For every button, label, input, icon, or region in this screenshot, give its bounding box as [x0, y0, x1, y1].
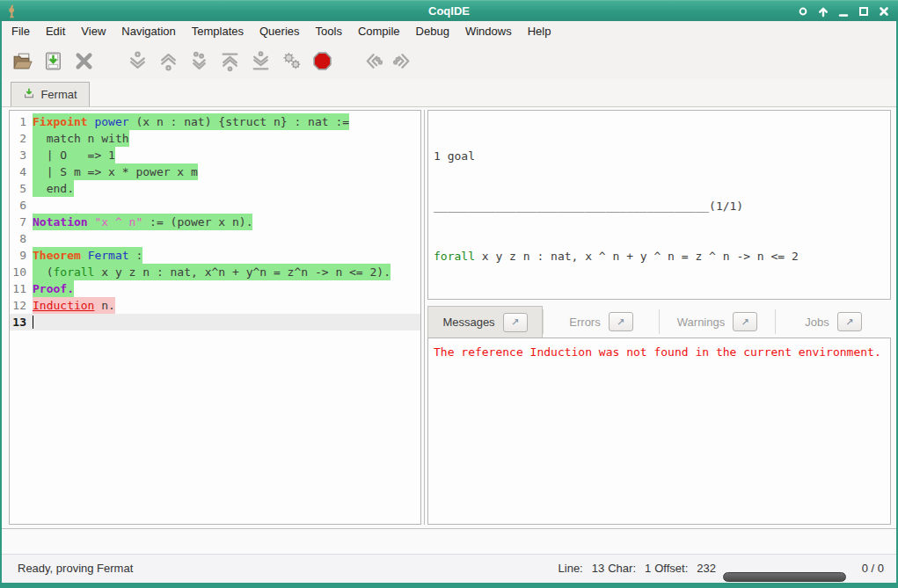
- cursor-position: Line: 13 Char: 1 Offset: 232: [559, 562, 719, 575]
- menu-item-file[interactable]: File: [4, 21, 38, 42]
- line-number: 11: [10, 282, 33, 295]
- detach-warnings-button[interactable]: ↗: [733, 312, 757, 331]
- line-number: 5: [10, 182, 33, 195]
- code-line: 2 match n with: [10, 130, 420, 147]
- tab-errors-label: Errors: [569, 316, 600, 329]
- toolbar: [2, 42, 896, 79]
- code-line: 11Proof.: [10, 280, 420, 297]
- line-label: Line:: [559, 562, 583, 575]
- goal-statement: forall x y z n : nat, x ^ n + y ^ n = z …: [434, 248, 885, 265]
- previous-occurrence-button[interactable]: [359, 47, 385, 74]
- app-window: CoqIDE File Edit View Navigation Templat…: [0, 0, 898, 588]
- line-number: 7: [10, 215, 33, 229]
- code-line: 3 | O => 1: [10, 147, 420, 163]
- up-arrow-icon[interactable]: [816, 4, 830, 18]
- char-label: Char:: [608, 562, 636, 575]
- menu-item-help[interactable]: Help: [520, 21, 559, 42]
- menu-item-tools[interactable]: Tools: [308, 21, 350, 42]
- window-controls: [796, 4, 898, 18]
- line-number: 1: [10, 115, 33, 128]
- line-number: 12: [10, 299, 33, 312]
- progress-slider: [723, 572, 846, 582]
- code-line: 1Fixpoint power (x n : nat) {struct n} :…: [10, 113, 420, 130]
- offset-value: 232: [697, 562, 716, 575]
- save-button[interactable]: [40, 47, 66, 74]
- code-line: 9Theorem Fermat :: [10, 247, 420, 264]
- line-number: 2: [10, 132, 33, 145]
- interrupt-button[interactable]: [309, 47, 335, 74]
- code-line: 12Induction n.: [10, 297, 420, 314]
- menu-item-navigation[interactable]: Navigation: [113, 21, 183, 42]
- titlebar: CoqIDE: [0, 0, 898, 21]
- messages-panel[interactable]: The reference Induction was not found in…: [427, 338, 891, 525]
- code-line: 10 (forall x y z n : nat, x^n + y^n = z^…: [10, 264, 420, 280]
- maximize-icon[interactable]: [857, 4, 871, 18]
- goal-separator: ________________________________________…: [434, 198, 885, 214]
- menu-item-compile[interactable]: Compile: [350, 21, 408, 42]
- goal-count: 1 goal: [434, 148, 885, 164]
- tab-label: Fermat: [40, 88, 77, 101]
- menu-item-templates[interactable]: Templates: [184, 21, 252, 42]
- menu-item-view[interactable]: View: [73, 21, 113, 42]
- code-line: 8: [10, 230, 420, 247]
- detach-messages-button[interactable]: ↗: [503, 313, 528, 332]
- run-to-cursor-button[interactable]: [186, 47, 212, 74]
- code-line: 7Notation "x ^ n" := (power x n).: [10, 214, 420, 230]
- offset-label: Offset:: [654, 562, 688, 575]
- detach-errors-button[interactable]: ↗: [609, 312, 633, 331]
- next-occurrence-button[interactable]: [390, 47, 416, 74]
- tab-errors[interactable]: Errors ↗: [544, 306, 659, 338]
- window-title: CoqIDE: [0, 4, 898, 18]
- line-number: 9: [10, 249, 33, 262]
- goal-panel[interactable]: 1 goal _________________________________…: [427, 110, 891, 300]
- tab-jobs[interactable]: Jobs ↗: [776, 306, 891, 338]
- minimize-icon[interactable]: [836, 4, 851, 18]
- char-value: 1: [645, 562, 651, 575]
- close-file-button[interactable]: [70, 47, 97, 74]
- statusbar: Ready, proving Fermat Line: 13 Char: 1 O…: [2, 554, 896, 583]
- line-number: 4: [10, 165, 33, 178]
- code-line: 5 end.: [10, 180, 420, 197]
- circle-icon[interactable]: [796, 4, 810, 18]
- backward-one-command-button[interactable]: [155, 47, 181, 74]
- feedback-tabbar: Messages ↗ Errors ↗ Warnings ↗ Jobs ↗: [427, 306, 891, 338]
- line-number: 13: [10, 316, 33, 329]
- line-number: 8: [10, 232, 33, 245]
- code-line: 6: [10, 197, 420, 214]
- main-area: 1Fixpoint power (x n : nat) {struct n} :…: [2, 107, 896, 528]
- bottom-strip: [2, 528, 896, 554]
- line-number: 10: [10, 265, 33, 279]
- pane-splitter[interactable]: [421, 110, 427, 525]
- menu-item-queries[interactable]: Queries: [252, 21, 308, 42]
- script-editor[interactable]: 1Fixpoint power (x n : nat) {struct n} :…: [9, 110, 421, 525]
- jobs-count: 0 / 0: [862, 562, 884, 575]
- menu-item-debug[interactable]: Debug: [408, 21, 457, 42]
- restart-button[interactable]: [216, 47, 243, 74]
- line-value: 13: [592, 562, 604, 575]
- menubar: File Edit View Navigation Templates Quer…: [2, 21, 896, 42]
- text-cursor: [33, 316, 33, 329]
- fully-check-button[interactable]: [278, 47, 304, 74]
- line-number: 6: [10, 199, 33, 212]
- menu-item-windows[interactable]: Windows: [457, 21, 520, 42]
- detach-jobs-button[interactable]: ↗: [837, 312, 862, 331]
- tab-fermat[interactable]: Fermat: [11, 82, 90, 106]
- open-button[interactable]: [9, 47, 35, 74]
- status-message: Ready, proving Fermat: [18, 562, 133, 575]
- tab-messages[interactable]: Messages ↗: [427, 306, 543, 338]
- tab-save-icon: [23, 87, 35, 102]
- code-line: 4 | S m => x * power x m: [10, 163, 420, 180]
- error-message: The reference Induction was not found in…: [428, 338, 890, 366]
- close-icon[interactable]: [877, 4, 891, 18]
- code-line: 13: [10, 314, 420, 330]
- tab-warnings-label: Warnings: [677, 316, 725, 329]
- forward-one-command-button[interactable]: [124, 47, 150, 74]
- document-tabbar: Fermat: [2, 79, 896, 107]
- tab-jobs-label: Jobs: [805, 316, 829, 329]
- menu-item-edit[interactable]: Edit: [38, 21, 73, 42]
- tab-warnings[interactable]: Warnings ↗: [660, 306, 775, 338]
- line-number: 3: [10, 149, 33, 162]
- tab-messages-label: Messages: [442, 316, 494, 329]
- run-to-end-button[interactable]: [247, 47, 274, 74]
